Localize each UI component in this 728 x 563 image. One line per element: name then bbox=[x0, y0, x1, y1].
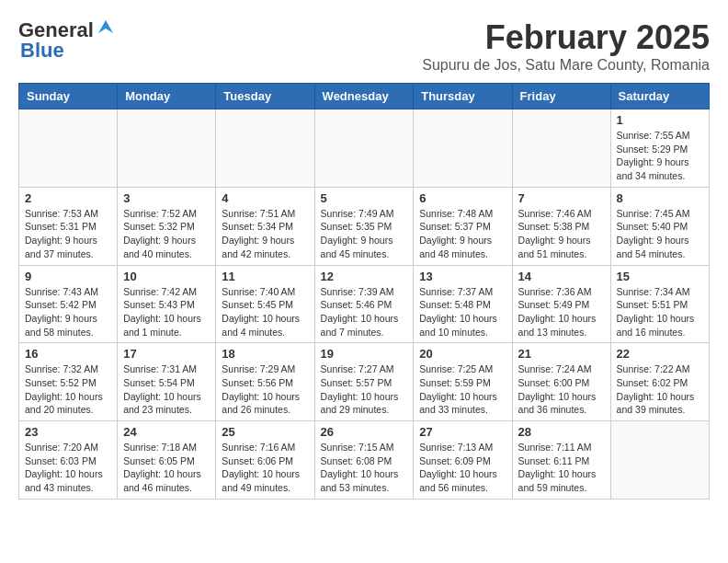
day-info: Sunrise: 7:20 AM Sunset: 6:03 PM Dayligh… bbox=[25, 441, 111, 495]
calendar-week-row: 1Sunrise: 7:55 AM Sunset: 5:29 PM Daylig… bbox=[19, 109, 710, 188]
table-row: 27Sunrise: 7:13 AM Sunset: 6:09 PM Dayli… bbox=[414, 421, 512, 500]
day-number: 9 bbox=[25, 270, 111, 283]
table-row: 18Sunrise: 7:29 AM Sunset: 5:56 PM Dayli… bbox=[216, 343, 314, 421]
table-row bbox=[19, 109, 118, 188]
day-number: 23 bbox=[25, 425, 111, 439]
table-row: 24Sunrise: 7:18 AM Sunset: 6:05 PM Dayli… bbox=[118, 421, 216, 500]
table-row: 8Sunrise: 7:45 AM Sunset: 5:40 PM Daylig… bbox=[610, 187, 709, 265]
logo-bird-icon bbox=[97, 18, 113, 35]
table-row: 2Sunrise: 7:53 AM Sunset: 5:31 PM Daylig… bbox=[19, 187, 118, 265]
day-number: 20 bbox=[419, 347, 506, 361]
day-info: Sunrise: 7:15 AM Sunset: 6:08 PM Dayligh… bbox=[321, 441, 408, 495]
day-number: 22 bbox=[617, 347, 703, 361]
day-number: 3 bbox=[123, 191, 210, 205]
table-row: 20Sunrise: 7:25 AM Sunset: 5:59 PM Dayli… bbox=[414, 343, 512, 421]
day-info: Sunrise: 7:55 AM Sunset: 5:29 PM Dayligh… bbox=[617, 129, 703, 183]
day-number: 19 bbox=[321, 347, 408, 361]
day-info: Sunrise: 7:53 AM Sunset: 5:31 PM Dayligh… bbox=[25, 207, 111, 261]
table-row: 16Sunrise: 7:32 AM Sunset: 5:52 PM Dayli… bbox=[19, 343, 118, 421]
table-row: 4Sunrise: 7:51 AM Sunset: 5:34 PM Daylig… bbox=[216, 187, 314, 265]
table-row: 1Sunrise: 7:55 AM Sunset: 5:29 PM Daylig… bbox=[610, 109, 709, 188]
day-info: Sunrise: 7:37 AM Sunset: 5:48 PM Dayligh… bbox=[419, 285, 506, 339]
table-row bbox=[610, 421, 709, 500]
day-number: 7 bbox=[518, 191, 605, 205]
day-info: Sunrise: 7:43 AM Sunset: 5:42 PM Dayligh… bbox=[25, 285, 111, 339]
col-thursday: Thursday bbox=[414, 84, 512, 109]
table-row bbox=[216, 109, 314, 188]
table-row: 15Sunrise: 7:34 AM Sunset: 5:51 PM Dayli… bbox=[610, 265, 709, 343]
day-info: Sunrise: 7:13 AM Sunset: 6:09 PM Dayligh… bbox=[419, 441, 506, 495]
day-info: Sunrise: 7:52 AM Sunset: 5:32 PM Dayligh… bbox=[123, 207, 210, 261]
table-row bbox=[414, 109, 512, 188]
day-info: Sunrise: 7:24 AM Sunset: 6:00 PM Dayligh… bbox=[518, 362, 605, 417]
day-number: 15 bbox=[617, 270, 703, 283]
day-info: Sunrise: 7:25 AM Sunset: 5:59 PM Dayligh… bbox=[419, 362, 506, 417]
col-wednesday: Wednesday bbox=[314, 84, 414, 109]
day-number: 10 bbox=[123, 270, 210, 283]
table-row: 9Sunrise: 7:43 AM Sunset: 5:42 PM Daylig… bbox=[19, 265, 118, 343]
day-number: 6 bbox=[419, 191, 506, 205]
day-info: Sunrise: 7:36 AM Sunset: 5:49 PM Dayligh… bbox=[518, 285, 605, 339]
day-info: Sunrise: 7:22 AM Sunset: 6:02 PM Dayligh… bbox=[617, 362, 703, 417]
table-row: 23Sunrise: 7:20 AM Sunset: 6:03 PM Dayli… bbox=[19, 421, 118, 500]
day-info: Sunrise: 7:40 AM Sunset: 5:45 PM Dayligh… bbox=[222, 285, 308, 339]
day-number: 5 bbox=[321, 191, 408, 205]
day-number: 16 bbox=[25, 347, 111, 361]
table-row: 25Sunrise: 7:16 AM Sunset: 6:06 PM Dayli… bbox=[216, 421, 314, 500]
day-info: Sunrise: 7:11 AM Sunset: 6:11 PM Dayligh… bbox=[518, 441, 605, 495]
table-row: 13Sunrise: 7:37 AM Sunset: 5:48 PM Dayli… bbox=[414, 265, 512, 343]
table-row: 17Sunrise: 7:31 AM Sunset: 5:54 PM Dayli… bbox=[118, 343, 216, 421]
day-number: 18 bbox=[222, 347, 308, 361]
calendar-header-row: Sunday Monday Tuesday Wednesday Thursday… bbox=[19, 84, 710, 109]
table-row bbox=[314, 109, 414, 188]
day-number: 27 bbox=[419, 425, 506, 439]
day-info: Sunrise: 7:51 AM Sunset: 5:34 PM Dayligh… bbox=[222, 207, 308, 261]
day-info: Sunrise: 7:46 AM Sunset: 5:38 PM Dayligh… bbox=[518, 207, 605, 261]
table-row: 10Sunrise: 7:42 AM Sunset: 5:43 PM Dayli… bbox=[118, 265, 216, 343]
day-number: 14 bbox=[518, 270, 605, 283]
day-info: Sunrise: 7:27 AM Sunset: 5:57 PM Dayligh… bbox=[321, 362, 408, 417]
table-row bbox=[118, 109, 216, 188]
day-info: Sunrise: 7:18 AM Sunset: 6:05 PM Dayligh… bbox=[123, 441, 210, 495]
calendar-week-row: 23Sunrise: 7:20 AM Sunset: 6:03 PM Dayli… bbox=[19, 421, 710, 500]
day-info: Sunrise: 7:31 AM Sunset: 5:54 PM Dayligh… bbox=[123, 362, 210, 417]
calendar-week-row: 9Sunrise: 7:43 AM Sunset: 5:42 PM Daylig… bbox=[19, 265, 710, 343]
day-info: Sunrise: 7:39 AM Sunset: 5:46 PM Dayligh… bbox=[321, 285, 408, 339]
table-row: 11Sunrise: 7:40 AM Sunset: 5:45 PM Dayli… bbox=[216, 265, 314, 343]
table-row: 7Sunrise: 7:46 AM Sunset: 5:38 PM Daylig… bbox=[512, 187, 610, 265]
day-number: 8 bbox=[617, 191, 703, 205]
svg-marker-0 bbox=[98, 20, 113, 33]
day-number: 13 bbox=[419, 270, 506, 283]
day-info: Sunrise: 7:16 AM Sunset: 6:06 PM Dayligh… bbox=[222, 441, 308, 495]
day-info: Sunrise: 7:29 AM Sunset: 5:56 PM Dayligh… bbox=[222, 362, 308, 417]
title-section: February 2025 Supuru de Jos, Satu Mare C… bbox=[422, 18, 710, 74]
table-row: 6Sunrise: 7:48 AM Sunset: 5:37 PM Daylig… bbox=[414, 187, 512, 265]
table-row: 19Sunrise: 7:27 AM Sunset: 5:57 PM Dayli… bbox=[314, 343, 414, 421]
table-row: 28Sunrise: 7:11 AM Sunset: 6:11 PM Dayli… bbox=[512, 421, 610, 500]
calendar-week-row: 16Sunrise: 7:32 AM Sunset: 5:52 PM Dayli… bbox=[19, 343, 710, 421]
col-sunday: Sunday bbox=[19, 84, 118, 109]
col-saturday: Saturday bbox=[610, 84, 709, 109]
calendar-week-row: 2Sunrise: 7:53 AM Sunset: 5:31 PM Daylig… bbox=[19, 187, 710, 265]
col-friday: Friday bbox=[512, 84, 610, 109]
day-info: Sunrise: 7:45 AM Sunset: 5:40 PM Dayligh… bbox=[617, 207, 703, 261]
day-number: 11 bbox=[222, 270, 308, 283]
table-row bbox=[512, 109, 610, 188]
day-number: 2 bbox=[25, 191, 111, 205]
day-number: 12 bbox=[321, 270, 408, 283]
day-info: Sunrise: 7:49 AM Sunset: 5:35 PM Dayligh… bbox=[321, 207, 408, 261]
logo: General Blue bbox=[18, 18, 113, 63]
day-number: 26 bbox=[321, 425, 408, 439]
table-row: 12Sunrise: 7:39 AM Sunset: 5:46 PM Dayli… bbox=[314, 265, 414, 343]
table-row: 21Sunrise: 7:24 AM Sunset: 6:00 PM Dayli… bbox=[512, 343, 610, 421]
subtitle: Supuru de Jos, Satu Mare County, Romania bbox=[422, 57, 710, 74]
col-monday: Monday bbox=[118, 84, 216, 109]
day-number: 1 bbox=[617, 113, 703, 127]
day-info: Sunrise: 7:34 AM Sunset: 5:51 PM Dayligh… bbox=[617, 285, 703, 339]
day-info: Sunrise: 7:32 AM Sunset: 5:52 PM Dayligh… bbox=[25, 362, 111, 417]
day-number: 21 bbox=[518, 347, 605, 361]
day-number: 24 bbox=[123, 425, 210, 439]
table-row: 22Sunrise: 7:22 AM Sunset: 6:02 PM Dayli… bbox=[610, 343, 709, 421]
table-row: 5Sunrise: 7:49 AM Sunset: 5:35 PM Daylig… bbox=[314, 187, 414, 265]
day-number: 25 bbox=[222, 425, 308, 439]
